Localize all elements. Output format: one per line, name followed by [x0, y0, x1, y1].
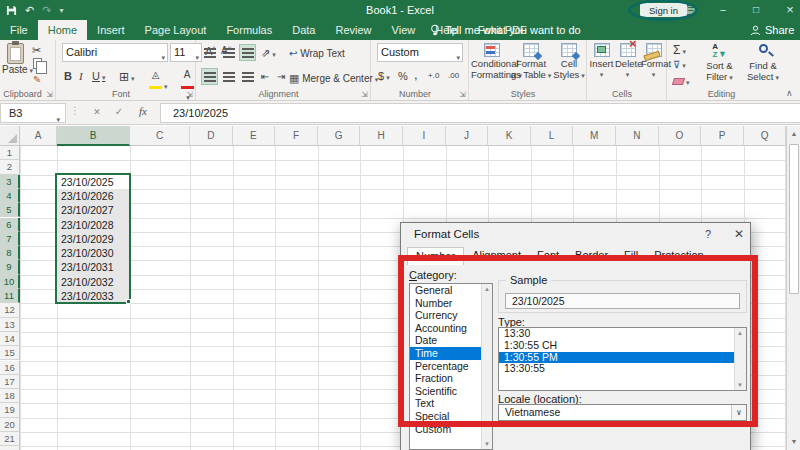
category-item-scientific[interactable]: Scientific — [410, 385, 492, 398]
ribbon-tab-home[interactable]: Home — [38, 20, 87, 40]
row-header-16[interactable]: 16 — [0, 361, 20, 375]
comma-style-button[interactable]: , — [414, 67, 418, 82]
locale-select[interactable]: Vietnamese — [498, 404, 747, 421]
dialog-tab-fill[interactable]: Fill — [616, 247, 646, 265]
wrap-text-button[interactable]: Wrap Text — [289, 48, 345, 59]
format-painter-button[interactable] — [33, 74, 41, 85]
scroll-down-arrow-icon[interactable]: ▼ — [735, 380, 745, 390]
bottom-align-button[interactable] — [239, 44, 256, 61]
orientation-button[interactable] — [261, 47, 276, 60]
category-item-special[interactable]: Special — [410, 410, 492, 423]
insert-function-button[interactable]: fx — [134, 105, 152, 117]
decrease-indent-button[interactable] — [261, 71, 269, 82]
row-header-11[interactable]: 11 — [0, 289, 20, 303]
row-header-7[interactable]: 7 — [0, 232, 20, 246]
cell-B10[interactable]: 23/10/2032 — [57, 275, 130, 289]
category-item-accounting[interactable]: Accounting — [410, 322, 492, 335]
dialog-tab-protection[interactable]: Protection — [646, 247, 712, 265]
type-list[interactable]: 13:301:30:55 CH1:30:55 PM13:30:55 ▲ ▼ — [498, 327, 747, 391]
alignment-dialog-launcher[interactable] — [360, 90, 369, 99]
ribbon-tab-view[interactable]: View — [382, 20, 426, 40]
number-dialog-launcher[interactable] — [458, 90, 467, 99]
fill-color-button[interactable]: ◬ — [149, 69, 168, 91]
ribbon-tab-formulas[interactable]: Formulas — [216, 20, 282, 40]
dialog-tab-border[interactable]: Border — [567, 247, 616, 265]
clipboard-dialog-launcher[interactable] — [45, 90, 54, 99]
center-button[interactable] — [220, 68, 237, 85]
category-item-fraction[interactable]: Fraction — [410, 372, 492, 385]
type-item-1-30-55-ch[interactable]: 1:30:55 CH — [499, 340, 734, 352]
row-header-19[interactable]: 19 — [0, 403, 20, 417]
row-header-9[interactable]: 9 — [0, 260, 20, 274]
select-all-corner[interactable] — [0, 126, 20, 146]
category-item-general[interactable]: General — [410, 284, 492, 297]
row-header-22[interactable]: 22 — [0, 446, 20, 450]
row-header-10[interactable]: 10 — [0, 275, 20, 289]
ribbon-display-options-icon[interactable] — [678, 0, 704, 20]
cell-B8[interactable]: 23/10/2030 — [57, 246, 130, 260]
column-header-g[interactable]: G — [318, 126, 361, 146]
bold-button[interactable]: B — [64, 70, 72, 82]
ribbon-tab-insert[interactable]: Insert — [87, 20, 135, 40]
dialog-tab-font[interactable]: Font — [529, 247, 567, 265]
cell-B11[interactable]: 23/10/2033 — [57, 289, 130, 303]
font-dialog-launcher[interactable] — [185, 90, 194, 99]
dialog-close-icon[interactable]: ✕ — [731, 227, 747, 241]
row-header-8[interactable]: 8 — [0, 246, 20, 260]
align-left-button[interactable] — [201, 68, 218, 85]
cell-B3[interactable]: 23/10/2025 — [57, 175, 130, 189]
row-header-13[interactable]: 13 — [0, 318, 20, 332]
selection-fill-handle[interactable] — [126, 299, 131, 304]
cell-B9[interactable]: 23/10/2031 — [57, 260, 130, 274]
category-list[interactable]: GeneralNumberCurrencyAccountingDateTimeP… — [409, 283, 493, 450]
column-header-l[interactable]: L — [531, 126, 574, 146]
category-item-time[interactable]: Time — [410, 347, 492, 360]
share-button[interactable]: Share — [750, 20, 794, 40]
cell-B7[interactable]: 23/10/2029 — [57, 232, 130, 246]
row-header-5[interactable]: 5 — [0, 203, 20, 217]
row-header-21[interactable]: 21 — [0, 432, 20, 446]
ribbon-tab-data[interactable]: Data — [282, 20, 325, 40]
column-header-i[interactable]: I — [403, 126, 446, 146]
category-item-number[interactable]: Number — [410, 297, 492, 310]
merge-center-button[interactable]: Merge & Center — [289, 72, 378, 85]
increase-indent-button[interactable] — [277, 71, 285, 82]
top-align-button[interactable] — [201, 44, 218, 61]
column-header-a[interactable]: A — [20, 126, 57, 146]
row-header-14[interactable]: 14 — [0, 332, 20, 346]
row-header-4[interactable]: 4 — [0, 189, 20, 203]
row-header-18[interactable]: 18 — [0, 389, 20, 403]
decrease-decimal-button[interactable]: .00 — [448, 71, 459, 80]
column-header-p[interactable]: P — [701, 126, 744, 146]
align-right-button[interactable] — [239, 68, 256, 85]
scroll-up-arrow-icon[interactable]: ▲ — [482, 284, 492, 294]
undo-icon[interactable] — [25, 2, 34, 18]
row-header-12[interactable]: 12 — [0, 303, 20, 317]
maximize-icon[interactable] — [743, 0, 769, 20]
save-icon[interactable] — [6, 5, 17, 16]
minimize-icon[interactable] — [710, 0, 736, 20]
close-icon[interactable] — [777, 0, 800, 20]
number-format-select[interactable]: Custom — [377, 43, 463, 62]
column-header-q[interactable]: Q — [744, 126, 786, 146]
ribbon-tab-file[interactable]: File — [0, 20, 38, 40]
name-box[interactable]: B3 — [0, 103, 66, 123]
scroll-up-arrow-icon[interactable]: ▲ — [788, 127, 800, 141]
column-header-m[interactable]: M — [573, 126, 616, 146]
percent-style-button[interactable]: % — [398, 70, 408, 82]
row-header-6[interactable]: 6 — [0, 218, 20, 232]
cell-B5[interactable]: 23/10/2027 — [57, 203, 130, 217]
fill-button[interactable] — [673, 59, 686, 70]
cut-button[interactable] — [32, 44, 41, 57]
formula-input[interactable]: 23/10/2025 — [160, 103, 800, 123]
paste-button[interactable]: Paste — [2, 43, 28, 87]
italic-button[interactable]: I — [79, 70, 83, 82]
cell-B4[interactable]: 23/10/2026 — [57, 189, 130, 203]
category-item-currency[interactable]: Currency — [410, 309, 492, 322]
type-item-13-30-55[interactable]: 13:30:55 — [499, 363, 734, 375]
category-item-date[interactable]: Date — [410, 334, 492, 347]
customize-qat-icon[interactable] — [59, 1, 63, 19]
category-item-percentage[interactable]: Percentage — [410, 360, 492, 373]
column-header-f[interactable]: F — [275, 126, 318, 146]
category-item-text[interactable]: Text — [410, 397, 492, 410]
